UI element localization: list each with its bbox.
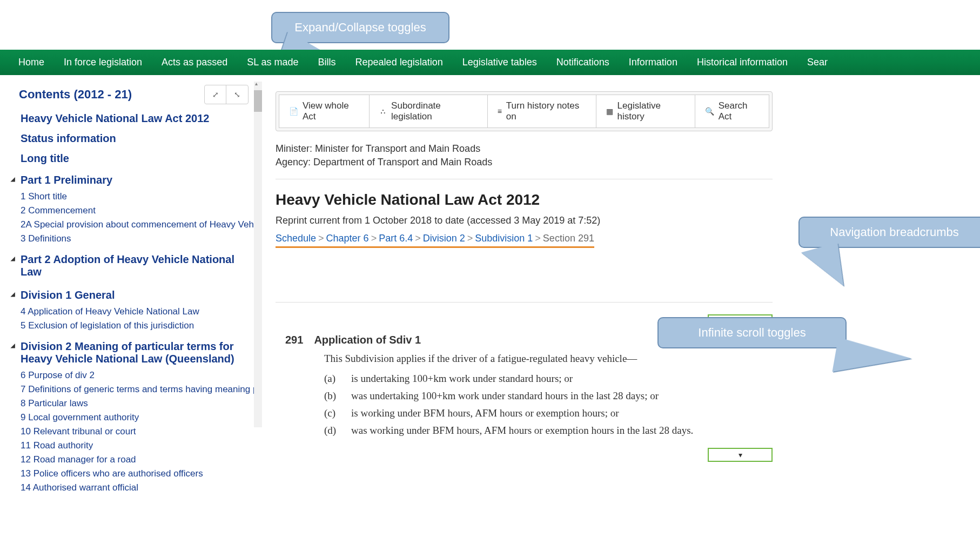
toc-item[interactable]: 3 Definitions — [11, 232, 259, 246]
document-meta: Minister: Minister for Transport and Mai… — [276, 142, 980, 169]
breadcrumb-separator: > — [533, 233, 543, 244]
toc-item[interactable]: 7 Definitions of generic terms and terms… — [11, 382, 259, 397]
breadcrumb-link[interactable]: Subdivision 1 — [475, 233, 533, 244]
nav-item[interactable]: Notifications — [547, 50, 619, 75]
callout-infinite-scroll: Infinite scroll toggles — [657, 317, 847, 348]
breadcrumb-separator: > — [465, 233, 475, 244]
collapse-all-button[interactable]: ⤡ — [226, 85, 248, 104]
toolbar-icon: ⛬ — [379, 107, 387, 116]
section-list-item: (d)was working under BFM hours, AFM hour… — [324, 422, 773, 439]
breadcrumb-separator: > — [369, 233, 379, 244]
toolbar-button[interactable]: ≡Turn history notes on — [488, 95, 596, 128]
agency-line: Agency: Department of Transport and Main… — [276, 156, 980, 169]
list-text: was working under BFM hours, AFM hours o… — [351, 425, 693, 436]
list-text: was undertaking 100+km work under standa… — [351, 390, 659, 402]
content-area: Navigation breadcrumbs Infinite scroll t… — [265, 75, 980, 551]
divider — [276, 302, 773, 303]
main-layout: Contents (2012 - 21) ⤢ ⤡ Heavy Vehicle N… — [0, 75, 980, 551]
toc-section-title[interactable]: ◢Division 1 General — [11, 286, 249, 305]
toolbar-label: Subordinate legislation — [391, 100, 478, 122]
nav-item[interactable]: SL as made — [237, 50, 308, 75]
breadcrumb-current: Section 291 — [543, 233, 594, 244]
breadcrumb-link[interactable]: Chapter 6 — [326, 233, 369, 244]
toc-item[interactable]: 11 Road authority — [11, 439, 259, 453]
toolbar-icon: 📄 — [289, 107, 298, 116]
toolbar-button[interactable]: ▦Legislative history — [596, 95, 695, 128]
toolbar-label: Legislative history — [617, 100, 685, 122]
toolbar-button[interactable]: 📄View whole Act — [279, 95, 370, 128]
document-title: Heavy Vehicle National Law Act 2012 — [276, 191, 980, 209]
scrollbar-thumb[interactable] — [254, 90, 262, 112]
toc-section-title[interactable]: ◢Part 1 Preliminary — [11, 171, 249, 190]
toolbar-label: View whole Act — [303, 100, 359, 122]
callout-tail — [801, 243, 849, 294]
breadcrumb-separator: > — [413, 233, 423, 244]
chevron-down-icon: ▾ — [739, 451, 742, 459]
contents-title: Contents (2012 - 21) — [19, 88, 132, 102]
nav-item[interactable]: Legislative tables — [453, 50, 547, 75]
list-text: is undertaking 100+km work under standar… — [351, 373, 573, 385]
breadcrumb: Schedule>Chapter 6>Part 6.4>Division 2>S… — [276, 233, 594, 248]
nav-item[interactable]: Home — [9, 50, 54, 75]
toolbar-label: Search Act — [719, 100, 759, 122]
section-intro: This Subdivision applies if the driver o… — [276, 353, 773, 365]
scroll-down-toggle[interactable]: ▾ — [708, 448, 773, 462]
toc-item[interactable]: 12 Road manager for a road — [11, 453, 259, 467]
toolbar-button[interactable]: ⛬Subordinate legislation — [370, 95, 488, 128]
toc-item[interactable]: 6 Purpose of div 2 — [11, 368, 259, 382]
toc-item[interactable]: 4 Application of Heavy Vehicle National … — [11, 305, 259, 319]
top-nav: HomeIn force legislationActs as passedSL… — [0, 50, 980, 75]
section-list-item: (a)is undertaking 100+km work under stan… — [324, 370, 773, 387]
toc-section-title[interactable]: ◢Division 2 Meaning of particular terms … — [11, 337, 249, 368]
section-list-item: (c)is working under BFM hours, AFM hours… — [324, 405, 773, 422]
toc-item[interactable]: 9 Local government authority — [11, 411, 259, 425]
toc-item[interactable]: 14 Authorised warrant official — [11, 481, 259, 495]
document-toolbar: 📄View whole Act⛬Subordinate legislation≡… — [276, 91, 773, 131]
callout-tail — [832, 337, 912, 385]
toolbar-icon: ▦ — [606, 107, 613, 116]
expand-icon: ⤢ — [212, 90, 219, 99]
breadcrumb-link[interactable]: Schedule — [276, 233, 316, 244]
nav-item[interactable]: Repealed legislation — [346, 50, 453, 75]
breadcrumb-link[interactable]: Division 2 — [423, 233, 465, 244]
toc-item[interactable]: 10 Relevant tribunal or court — [11, 425, 259, 439]
list-text: is working under BFM hours, AFM hours or… — [351, 407, 619, 419]
triangle-down-icon: ◢ — [11, 291, 15, 297]
list-letter: (d) — [324, 425, 339, 436]
contents-sidebar: Contents (2012 - 21) ⤢ ⤡ Heavy Vehicle N… — [0, 75, 265, 551]
expand-all-button[interactable]: ⤢ — [205, 85, 226, 104]
breadcrumb-separator: > — [316, 233, 326, 244]
callout-breadcrumbs: Navigation breadcrumbs — [798, 217, 980, 248]
expand-collapse-group: ⤢ ⤡ — [204, 85, 249, 104]
section-list-item: (b)was undertaking 100+km work under sta… — [324, 387, 773, 405]
breadcrumb-link[interactable]: Part 6.4 — [379, 233, 413, 244]
section-number: 291 — [285, 334, 303, 346]
toc-item[interactable]: 13 Police officers who are authorised of… — [11, 467, 259, 481]
nav-item[interactable]: Sear — [797, 50, 837, 75]
list-letter: (b) — [324, 390, 339, 402]
triangle-down-icon: ◢ — [11, 342, 15, 348]
toc-top-link[interactable]: Long title — [11, 149, 265, 169]
sidebar-scrollbar[interactable] — [254, 82, 262, 427]
nav-item[interactable]: Acts as passed — [152, 50, 237, 75]
toc-section-title[interactable]: ◢Part 2 Adoption of Heavy Vehicle Nation… — [11, 250, 249, 281]
toc-item[interactable]: 2A Special provision about commencement … — [11, 218, 259, 232]
toolbar-button[interactable]: 🔍Search Act — [695, 95, 769, 128]
toolbar-label: Turn history notes on — [506, 100, 586, 122]
nav-item[interactable]: Bills — [308, 50, 346, 75]
toc-item[interactable]: 8 Particular laws — [11, 397, 259, 411]
toc-top-link[interactable]: Status information — [11, 129, 265, 149]
nav-item[interactable]: In force legislation — [54, 50, 152, 75]
toc-item[interactable]: 5 Exclusion of legislation of this juris… — [11, 319, 259, 333]
toc-item[interactable]: 2 Commencement — [11, 204, 259, 218]
nav-item[interactable]: Information — [619, 50, 687, 75]
nav-item[interactable]: Historical information — [687, 50, 797, 75]
toc-item[interactable]: 1 Short title — [11, 190, 259, 204]
section-title: Application of Sdiv 1 — [314, 334, 421, 346]
toolbar-icon: ≡ — [498, 107, 502, 116]
toc-top-link[interactable]: Heavy Vehicle National Law Act 2012 — [11, 109, 265, 129]
toolbar-icon: 🔍 — [705, 107, 714, 116]
contents-header: Contents (2012 - 21) ⤢ ⤡ — [11, 80, 265, 109]
triangle-down-icon: ◢ — [11, 256, 15, 261]
divider — [276, 179, 773, 179]
